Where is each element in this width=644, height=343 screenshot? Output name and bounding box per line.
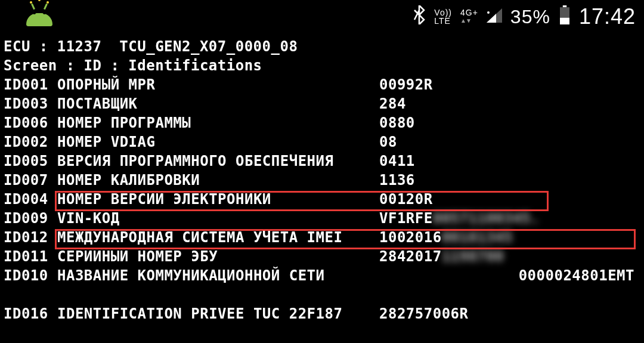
id-row: ID012МЕЖДУНАРОДНАЯ СИСТЕМА УЧЕТА IMEI100… bbox=[4, 228, 640, 247]
svg-rect-3 bbox=[560, 17, 569, 24]
id-row: ID011СЕРИЙНЫЙ НОМЕР ЭБУ28420171198700 bbox=[4, 247, 640, 266]
row-value: 08 bbox=[379, 132, 558, 152]
id-row: ID002НОМЕР VDIAG08 bbox=[4, 132, 640, 152]
id-row: ID016 IDENTIFICATION PRIVEE TUC 22F187 2… bbox=[4, 304, 640, 323]
network-type-indicator: 4G+ ▲▼ bbox=[460, 8, 478, 25]
row-value: 00120R bbox=[379, 190, 558, 209]
row-label: НАЗВАНИЕ КОММУНИКАЦИОННОЙ СЕТИ bbox=[57, 266, 379, 285]
ecu-header: ECU : 11237 TCU_GEN2_X07_0000_08 bbox=[4, 37, 640, 56]
row-id: ID002 bbox=[4, 132, 57, 152]
row-id: ID003 bbox=[4, 94, 57, 113]
battery-percent: 35% bbox=[510, 6, 550, 28]
row-id: ID010 bbox=[4, 266, 57, 285]
row-label: ВЕРСИЯ ПРОГРАММНОГО ОБЕСПЕЧЕНИЯ bbox=[57, 152, 379, 171]
row-value: VF1RFE00571100345. bbox=[379, 209, 558, 228]
row-id: ID004 bbox=[4, 190, 57, 209]
row-label: НОМЕР VDIAG bbox=[57, 132, 379, 152]
row-id: ID007 bbox=[4, 171, 57, 190]
row-label: ОПОРНЫЙ MPR bbox=[57, 75, 379, 94]
row-value: 284 bbox=[379, 94, 558, 113]
row-label: ПОСТАВЩИК bbox=[57, 94, 379, 113]
app-icon bbox=[26, 7, 52, 26]
screen-header: Screen : ID : Identifications bbox=[4, 56, 640, 75]
svg-rect-1 bbox=[563, 5, 566, 7]
row-id: ID005 bbox=[4, 152, 57, 171]
row-label: СЕРИЙНЫЙ НОМЕР ЭБУ bbox=[57, 247, 379, 266]
row-value: 28420171198700 bbox=[379, 247, 558, 266]
battery-icon bbox=[559, 5, 571, 29]
row-label: VIN-КОД bbox=[57, 209, 379, 228]
clock: 17:42 bbox=[579, 4, 636, 29]
row-value: 282757006R bbox=[379, 304, 558, 323]
row-id: ID009 bbox=[4, 209, 57, 228]
row-label: МЕЖДУНАРОДНАЯ СИСТЕМА УЧЕТА IMEI bbox=[57, 228, 379, 247]
row-label: IDENTIFICATION PRIVEE TUC 22F187 bbox=[57, 304, 379, 323]
row-value: 0411 bbox=[379, 152, 558, 171]
signal-icon bbox=[487, 7, 502, 27]
row-value: 100201600181345 bbox=[379, 228, 558, 247]
row-id: ID001 bbox=[4, 75, 57, 94]
svg-point-0 bbox=[487, 11, 490, 14]
redacted-text: 00181345 bbox=[442, 228, 513, 247]
volte-indicator: Vo)) LTE bbox=[434, 8, 452, 25]
row-value: 1136 bbox=[379, 171, 558, 190]
redacted-text: 1198700 bbox=[442, 247, 504, 266]
status-bar: Vo)) LTE 4G+ ▲▼ 35% 17:42 bbox=[0, 0, 644, 33]
row-id: ID011 bbox=[4, 247, 57, 266]
id-row: ID003ПОСТАВЩИК284 bbox=[4, 94, 640, 113]
id-row: ID010НАЗВАНИЕ КОММУНИКАЦИОННОЙ СЕТИ00000… bbox=[4, 266, 640, 285]
row-value: 00992R bbox=[379, 75, 558, 94]
row-id: ID016 bbox=[4, 304, 57, 323]
row-value: 0880 bbox=[379, 113, 558, 132]
row-label: НОМЕР ПРОГРАММЫ bbox=[57, 113, 379, 132]
id-row: ID004НОМЕР ВЕРСИИ ЭЛЕКТРОНИКИ00120R bbox=[4, 190, 640, 209]
id-row: ID009VIN-КОДVF1RFE00571100345. bbox=[4, 209, 640, 228]
id-row: ID005ВЕРСИЯ ПРОГРАММНОГО ОБЕСПЕЧЕНИЯ0411 bbox=[4, 152, 640, 171]
row-id: ID006 bbox=[4, 113, 57, 132]
bluetooth-icon bbox=[413, 5, 426, 29]
redacted-text: 00571100345. bbox=[433, 209, 540, 228]
id-row: ID006НОМЕР ПРОГРАММЫ0880 bbox=[4, 113, 640, 132]
id-row: ID007НОМЕР КАЛИБРОВКИ1136 bbox=[4, 171, 640, 190]
terminal-content: ECU : 11237 TCU_GEN2_X07_0000_08 Screen … bbox=[0, 33, 644, 323]
row-label: НОМЕР ВЕРСИИ ЭЛЕКТРОНИКИ bbox=[57, 190, 379, 209]
id-row: ID001ОПОРНЫЙ MPR00992R bbox=[4, 75, 640, 94]
row-label: НОМЕР КАЛИБРОВКИ bbox=[57, 171, 379, 190]
row-value: 0000024801EMT bbox=[379, 266, 640, 285]
row-id: ID012 bbox=[4, 228, 57, 247]
